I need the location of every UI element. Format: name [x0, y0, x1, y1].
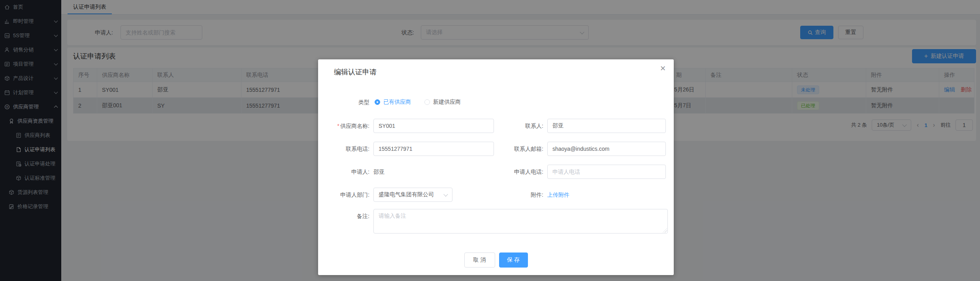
radio-existing-supplier[interactable]: 已有供应商	[375, 99, 411, 106]
applicant-label: 申请人:	[318, 165, 369, 179]
type-row: 类型 已有供应商 新建供应商	[318, 98, 674, 106]
supplier-type-radio-group: 已有供应商 新建供应商	[375, 98, 461, 106]
radio-dot-icon	[424, 99, 430, 105]
remark-textarea[interactable]	[373, 209, 668, 234]
applicant-value: 邵亚	[373, 165, 384, 179]
applicant-phone-input[interactable]	[547, 165, 666, 179]
required-asterisk: *	[337, 123, 339, 129]
type-label: 类型	[318, 98, 369, 112]
edit-cert-application-modal: 编辑认证申请 ✕ 类型 已有供应商 新建供应商 *供应商名称: 联系人: 联	[318, 59, 674, 275]
close-icon[interactable]: ✕	[660, 64, 666, 73]
attachment-label: 附件:	[492, 188, 543, 202]
remark-label: 备注:	[318, 209, 369, 223]
cancel-button[interactable]: 取 消	[464, 253, 495, 268]
phone-label: 联系电话:	[318, 142, 369, 156]
dept-select[interactable]: 盛隆电气集团有限公司	[373, 188, 452, 202]
radio-new-supplier[interactable]: 新建供应商	[424, 99, 461, 106]
phone-input[interactable]	[373, 142, 494, 156]
email-input[interactable]	[547, 142, 666, 156]
modal-footer: 取 消 保 存	[318, 253, 674, 268]
contact-label: 联系人:	[492, 119, 543, 133]
applicant-phone-label: 申请人电话:	[492, 165, 543, 179]
contact-input[interactable]	[547, 119, 666, 133]
email-label: 联系人邮箱:	[492, 142, 543, 156]
upload-attachment-link[interactable]: 上传附件	[547, 188, 569, 202]
radio-dot-icon	[375, 99, 380, 105]
app-root: 首页 即时管理 5s 5S管理 销售分销 项目管理 产品设计	[0, 0, 980, 281]
supplier-name-label: *供应商名称:	[318, 119, 369, 133]
supplier-name-input[interactable]	[373, 119, 494, 133]
dept-label: 申请人部门:	[318, 188, 369, 202]
chevron-down-icon	[443, 192, 448, 196]
save-button[interactable]: 保 存	[499, 253, 528, 268]
modal-title: 编辑认证申请	[334, 67, 377, 77]
